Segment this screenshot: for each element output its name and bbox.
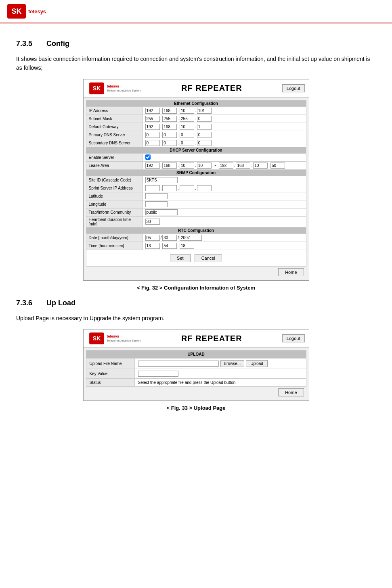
lease-end3[interactable] (253, 163, 268, 169)
sprint-octet3[interactable] (180, 185, 194, 191)
ip-address-field: . . . (143, 106, 306, 115)
sdns-octet2[interactable] (162, 140, 177, 146)
device-header: SK telesysTelecommunication System RF RE… (84, 79, 309, 98)
dhcp-header: DHCP Server Configuration (86, 147, 306, 153)
upload-device-logo-icon: SK (88, 332, 106, 345)
lease-start4[interactable] (197, 163, 212, 169)
brand-name: telesys (28, 8, 46, 15)
key-value-input[interactable] (138, 371, 178, 377)
subnet-octet1[interactable] (145, 116, 160, 122)
lease-end1[interactable] (219, 163, 233, 169)
secondary-dns-label: Secondary DNS Server (86, 139, 143, 147)
subnet-label: Subnet Mask (86, 115, 143, 123)
latitude-label: Latitude (86, 192, 143, 200)
upload-file-label: Upload File Name (86, 359, 134, 369)
latitude-field (143, 192, 306, 200)
upload-logout-button[interactable]: Logout (282, 334, 305, 342)
ip-address-label: IP Address (86, 106, 143, 115)
logo-container: SK telesys (6, 3, 46, 19)
gw-octet2[interactable] (162, 124, 177, 130)
set-button[interactable]: Set (170, 254, 191, 262)
svg-text:SK: SK (11, 7, 21, 15)
lease-start2[interactable] (162, 163, 177, 169)
sk-logo-icon: SK (6, 3, 27, 19)
date-year[interactable] (180, 235, 202, 241)
pdns-octet3[interactable] (180, 132, 194, 138)
gateway-field: . . . (143, 123, 306, 131)
date-label: Date [month/day/year] (86, 234, 143, 242)
sprint-octet1[interactable] (145, 185, 160, 191)
sdns-octet3[interactable] (180, 140, 194, 146)
upload-device-frame: SK telesysTelecommunication System RF RE… (83, 329, 309, 401)
ip-octet2[interactable] (162, 108, 177, 114)
trap-community-input[interactable] (145, 209, 178, 215)
ip-octet3[interactable] (180, 108, 194, 114)
upload-home-button[interactable]: Home (278, 388, 304, 396)
site-id-label: Site ID (Cascade Code) (86, 176, 143, 184)
status-field: Select the appropriate file and press th… (134, 379, 306, 387)
sdns-octet4[interactable] (197, 140, 212, 146)
date-field: / / (143, 234, 306, 242)
ip-octet1[interactable] (145, 108, 160, 114)
latitude-input[interactable] (145, 193, 168, 199)
cancel-button[interactable]: Cancel (195, 254, 222, 262)
upload-file-input[interactable] (138, 361, 219, 367)
site-id-input[interactable] (145, 177, 178, 183)
longitude-input[interactable] (145, 201, 168, 207)
upload-device-header: SK telesysTelecommunication System RF RE… (84, 329, 309, 348)
upload-button[interactable]: Upload (246, 360, 268, 367)
pdns-octet1[interactable] (145, 132, 160, 138)
upload-home-row: Home (86, 387, 306, 398)
section-735-description: It shows basic connection information re… (16, 54, 376, 73)
gw-octet3[interactable] (180, 124, 194, 130)
ip-octet4[interactable] (197, 108, 212, 114)
primary-dns-field: . . . (143, 131, 306, 139)
time-hour[interactable] (145, 243, 160, 249)
subnet-octet4[interactable] (197, 116, 212, 122)
browse-button[interactable]: Browse... (220, 360, 245, 367)
section-736-title: 7.3.6 Up Load (16, 299, 376, 307)
secondary-dns-field: . . . (143, 139, 306, 147)
config-home-button[interactable]: Home (278, 268, 304, 276)
enable-server-checkbox[interactable] (145, 154, 151, 160)
heartbeat-field (143, 216, 306, 227)
snmp-header: SNMP Configuration (86, 169, 306, 176)
upload-device-body: UPLOAD Upload File Name Browse... Upload (84, 348, 309, 400)
enable-server-field (143, 153, 306, 161)
lease-end2[interactable] (236, 163, 250, 169)
sprint-server-field: . . . (143, 184, 306, 192)
time-label: Time [hour:min:sec] (86, 242, 143, 250)
gw-octet4[interactable] (197, 124, 212, 130)
upload-file-field: Browse... Upload (134, 359, 306, 369)
time-sec[interactable] (180, 243, 194, 249)
key-value-field (134, 369, 306, 379)
upload-rf-title: RF REPEATER (141, 334, 282, 343)
config-logout-button[interactable]: Logout (282, 84, 305, 92)
date-day[interactable] (162, 235, 177, 241)
lease-start1[interactable] (145, 163, 160, 169)
lease-start3[interactable] (180, 163, 194, 169)
subnet-octet3[interactable] (180, 116, 194, 122)
lease-area-field: . . . ~ . . (143, 161, 306, 169)
upload-table: UPLOAD Upload File Name Browse... Upload (86, 350, 306, 387)
ethernet-header: Ethernet Configuration (86, 100, 306, 106)
pdns-octet2[interactable] (162, 132, 177, 138)
sprint-octet4[interactable] (197, 185, 212, 191)
gateway-label: Default Gateway (86, 123, 143, 131)
device-logo: SK telesysTelecommunication System (88, 82, 141, 95)
sprint-octet2[interactable] (162, 185, 177, 191)
upload-device-brand: telesysTelecommunication System (107, 334, 141, 342)
svg-text:SK: SK (92, 85, 101, 92)
sdns-octet1[interactable] (145, 140, 160, 146)
device-brand: telesysTelecommunication System (107, 84, 141, 92)
gw-octet1[interactable] (145, 124, 160, 130)
sprint-server-label: Sprint Server IP Address (86, 184, 143, 192)
time-field: : : (143, 242, 306, 250)
time-min[interactable] (162, 243, 177, 249)
subnet-octet2[interactable] (162, 116, 177, 122)
pdns-octet4[interactable] (197, 132, 212, 138)
device-rf-title: RF REPEATER (141, 83, 282, 93)
lease-end4[interactable] (270, 163, 285, 169)
date-month[interactable] (145, 235, 160, 241)
heartbeat-input[interactable] (145, 219, 160, 225)
